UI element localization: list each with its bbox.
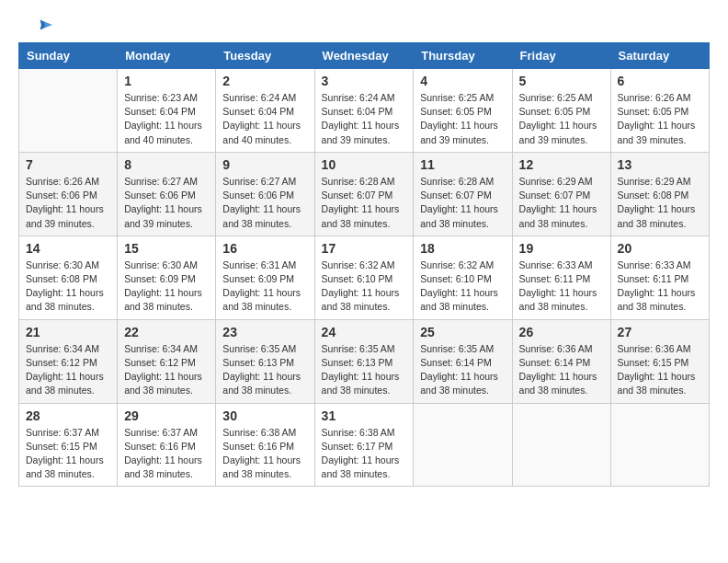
calendar-table: SundayMondayTuesdayWednesdayThursdayFrid… <box>18 42 710 487</box>
day-number: 10 <box>322 157 407 172</box>
day-number: 26 <box>519 325 604 339</box>
day-number: 30 <box>222 408 307 423</box>
day-info: Sunrise: 6:35 AMSunset: 6:14 PMDaylight:… <box>420 342 505 398</box>
calendar-cell: 16Sunrise: 6:31 AMSunset: 6:09 PMDayligh… <box>216 236 314 319</box>
day-info: Sunrise: 6:36 AMSunset: 6:15 PMDaylight:… <box>618 342 702 398</box>
day-number: 8 <box>124 157 209 172</box>
day-info: Sunrise: 6:28 AMSunset: 6:07 PMDaylight:… <box>322 175 407 231</box>
day-number: 5 <box>519 74 604 88</box>
day-info: Sunrise: 6:33 AMSunset: 6:11 PMDaylight:… <box>519 259 604 315</box>
day-info: Sunrise: 6:30 AMSunset: 6:09 PMDaylight:… <box>124 259 209 315</box>
calendar-cell <box>414 403 512 487</box>
day-info: Sunrise: 6:38 AMSunset: 6:16 PMDaylight:… <box>222 426 307 482</box>
day-info: Sunrise: 6:25 AMSunset: 6:05 PMDaylight:… <box>420 91 505 147</box>
day-number: 29 <box>124 408 209 423</box>
calendar-cell: 10Sunrise: 6:28 AMSunset: 6:07 PMDayligh… <box>314 152 414 236</box>
weekday-header-saturday: Saturday <box>610 43 709 69</box>
calendar-cell: 14Sunrise: 6:30 AMSunset: 6:08 PMDayligh… <box>19 236 118 319</box>
calendar-cell: 17Sunrise: 6:32 AMSunset: 6:10 PMDayligh… <box>314 236 414 319</box>
day-number: 2 <box>222 74 307 88</box>
day-info: Sunrise: 6:27 AMSunset: 6:06 PMDaylight:… <box>124 175 209 231</box>
day-number: 12 <box>519 157 604 172</box>
day-number: 25 <box>420 325 505 339</box>
day-info: Sunrise: 6:38 AMSunset: 6:17 PMDaylight:… <box>322 426 407 482</box>
day-info: Sunrise: 6:23 AMSunset: 6:04 PMDaylight:… <box>124 91 209 147</box>
calendar-week-row: 28Sunrise: 6:37 AMSunset: 6:15 PMDayligh… <box>19 403 710 487</box>
day-number: 23 <box>222 325 307 339</box>
calendar-cell: 19Sunrise: 6:33 AMSunset: 6:11 PMDayligh… <box>512 236 610 319</box>
calendar-cell: 13Sunrise: 6:29 AMSunset: 6:08 PMDayligh… <box>610 152 709 236</box>
day-info: Sunrise: 6:28 AMSunset: 6:07 PMDaylight:… <box>420 175 505 231</box>
calendar-header-row: SundayMondayTuesdayWednesdayThursdayFrid… <box>19 43 710 69</box>
day-number: 28 <box>26 408 110 423</box>
calendar-cell: 6Sunrise: 6:26 AMSunset: 6:05 PMDaylight… <box>610 69 709 153</box>
day-number: 22 <box>124 325 209 339</box>
day-info: Sunrise: 6:25 AMSunset: 6:05 PMDaylight:… <box>519 91 604 147</box>
calendar-week-row: 14Sunrise: 6:30 AMSunset: 6:08 PMDayligh… <box>19 236 710 319</box>
calendar-cell: 12Sunrise: 6:29 AMSunset: 6:07 PMDayligh… <box>512 152 610 236</box>
day-info: Sunrise: 6:34 AMSunset: 6:12 PMDaylight:… <box>124 342 209 398</box>
calendar-week-row: 1Sunrise: 6:23 AMSunset: 6:04 PMDaylight… <box>19 69 710 153</box>
calendar-cell: 24Sunrise: 6:35 AMSunset: 6:13 PMDayligh… <box>314 319 414 403</box>
day-info: Sunrise: 6:35 AMSunset: 6:13 PMDaylight:… <box>222 342 307 398</box>
day-number: 11 <box>420 157 505 172</box>
calendar-cell: 23Sunrise: 6:35 AMSunset: 6:13 PMDayligh… <box>216 319 314 403</box>
day-info: Sunrise: 6:36 AMSunset: 6:14 PMDaylight:… <box>519 342 604 398</box>
calendar-cell: 7Sunrise: 6:26 AMSunset: 6:06 PMDaylight… <box>19 152 118 236</box>
day-info: Sunrise: 6:37 AMSunset: 6:16 PMDaylight:… <box>124 426 209 482</box>
calendar-cell: 1Sunrise: 6:23 AMSunset: 6:04 PMDaylight… <box>118 69 216 153</box>
calendar-cell: 4Sunrise: 6:25 AMSunset: 6:05 PMDaylight… <box>414 69 512 153</box>
day-info: Sunrise: 6:35 AMSunset: 6:13 PMDaylight:… <box>322 342 407 398</box>
calendar-cell <box>512 403 610 487</box>
day-info: Sunrise: 6:30 AMSunset: 6:08 PMDaylight:… <box>26 259 110 315</box>
day-number: 24 <box>322 325 407 339</box>
calendar-cell: 11Sunrise: 6:28 AMSunset: 6:07 PMDayligh… <box>414 152 512 236</box>
day-info: Sunrise: 6:34 AMSunset: 6:12 PMDaylight:… <box>26 342 110 398</box>
day-number: 27 <box>618 325 702 339</box>
calendar-cell <box>610 403 709 487</box>
calendar-cell: 2Sunrise: 6:24 AMSunset: 6:04 PMDaylight… <box>216 69 314 153</box>
day-number: 1 <box>124 74 209 88</box>
calendar-cell: 31Sunrise: 6:38 AMSunset: 6:17 PMDayligh… <box>314 403 414 487</box>
day-number: 14 <box>26 241 110 256</box>
day-number: 7 <box>26 157 110 172</box>
day-number: 4 <box>420 74 505 88</box>
day-info: Sunrise: 6:27 AMSunset: 6:06 PMDaylight:… <box>222 175 307 231</box>
day-number: 9 <box>222 157 307 172</box>
day-number: 18 <box>420 241 505 256</box>
day-info: Sunrise: 6:29 AMSunset: 6:08 PMDaylight:… <box>618 175 702 231</box>
day-number: 6 <box>618 74 702 88</box>
day-number: 13 <box>618 157 702 172</box>
day-number: 17 <box>322 241 407 256</box>
calendar-cell: 20Sunrise: 6:33 AMSunset: 6:11 PMDayligh… <box>610 236 709 319</box>
calendar-cell: 3Sunrise: 6:24 AMSunset: 6:04 PMDaylight… <box>314 69 414 153</box>
day-info: Sunrise: 6:32 AMSunset: 6:10 PMDaylight:… <box>322 259 407 315</box>
day-info: Sunrise: 6:29 AMSunset: 6:07 PMDaylight:… <box>519 175 604 231</box>
calendar-cell: 28Sunrise: 6:37 AMSunset: 6:15 PMDayligh… <box>19 403 118 487</box>
weekday-header-wednesday: Wednesday <box>314 43 414 69</box>
day-number: 3 <box>322 74 407 88</box>
day-number: 15 <box>124 241 209 256</box>
page-header <box>18 18 710 33</box>
day-number: 19 <box>519 241 604 256</box>
day-info: Sunrise: 6:32 AMSunset: 6:10 PMDaylight:… <box>420 259 505 315</box>
weekday-header-sunday: Sunday <box>19 43 118 69</box>
calendar-week-row: 21Sunrise: 6:34 AMSunset: 6:12 PMDayligh… <box>19 319 710 403</box>
calendar-cell: 30Sunrise: 6:38 AMSunset: 6:16 PMDayligh… <box>216 403 314 487</box>
day-number: 20 <box>618 241 702 256</box>
calendar-cell: 29Sunrise: 6:37 AMSunset: 6:16 PMDayligh… <box>118 403 216 487</box>
calendar-cell: 8Sunrise: 6:27 AMSunset: 6:06 PMDaylight… <box>118 152 216 236</box>
day-number: 21 <box>26 325 110 339</box>
weekday-header-tuesday: Tuesday <box>216 43 314 69</box>
calendar-cell: 5Sunrise: 6:25 AMSunset: 6:05 PMDaylight… <box>512 69 610 153</box>
calendar-cell: 22Sunrise: 6:34 AMSunset: 6:12 PMDayligh… <box>118 319 216 403</box>
calendar-cell <box>19 69 118 153</box>
calendar-cell: 9Sunrise: 6:27 AMSunset: 6:06 PMDaylight… <box>216 152 314 236</box>
day-info: Sunrise: 6:33 AMSunset: 6:11 PMDaylight:… <box>618 259 702 315</box>
svg-marker-1 <box>44 22 53 29</box>
day-info: Sunrise: 6:26 AMSunset: 6:05 PMDaylight:… <box>618 91 702 147</box>
day-number: 31 <box>322 408 407 423</box>
logo <box>18 18 55 33</box>
day-info: Sunrise: 6:24 AMSunset: 6:04 PMDaylight:… <box>322 91 407 147</box>
calendar-cell: 15Sunrise: 6:30 AMSunset: 6:09 PMDayligh… <box>118 236 216 319</box>
